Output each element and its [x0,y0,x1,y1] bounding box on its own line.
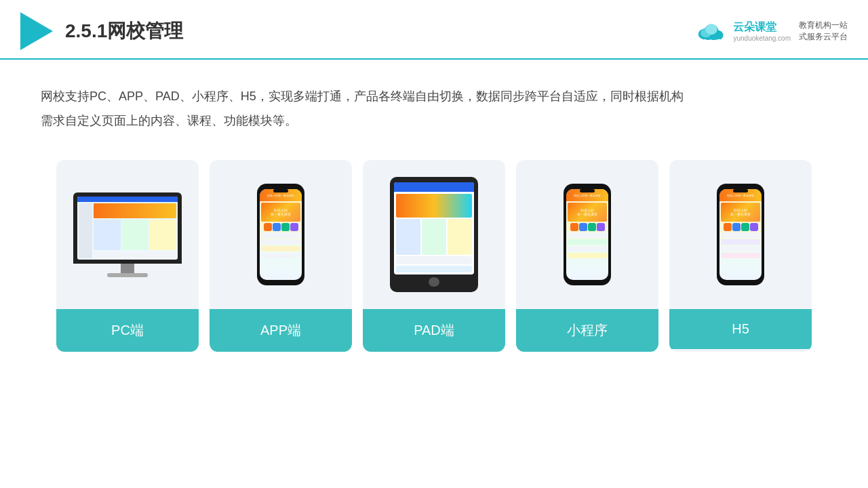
card-pc: PC端 [56,160,199,352]
card-app-image: 职涯人的第一量化课堂 职涯人的第一量化课堂 [210,160,352,309]
card-miniprogram-label: 小程序 [516,309,658,352]
brand-name: 云朵课堂 [733,20,776,35]
svg-point-4 [706,24,718,35]
card-app: 职涯人的第一量化课堂 职涯人的第一量化课堂 [210,160,352,352]
tablet-pad-icon [390,177,478,292]
card-h5-image: 职涯人的第一量化课堂 职涯人的第一量化课堂 [669,160,812,309]
page-title: 2.5.1网校管理 [65,18,183,44]
brand-slogan: 教育机构一站式服务云平台 [799,20,848,43]
card-pad: PAD端 [363,160,505,352]
card-miniprogram-image: 职涯人的第一量化课堂 职涯人的第一量化课堂 [516,160,658,309]
cards-container: PC端 职涯人的第一量化课堂 职涯人的第一量化课堂 [0,146,868,372]
phone-app-icon: 职涯人的第一量化课堂 职涯人的第一量化课堂 [257,184,304,285]
card-pad-label: PAD端 [363,309,505,352]
card-miniprogram: 职涯人的第一量化课堂 职涯人的第一量化课堂 [516,160,658,352]
brand-logo: 云朵课堂 yunduoketang.com 教育机构一站式服务云平台 [695,19,848,43]
phone-h5-icon: 职涯人的第一量化课堂 职涯人的第一量化课堂 [717,184,764,285]
phone-miniprogram-icon: 职涯人的第一量化课堂 职涯人的第一量化课堂 [564,184,611,285]
brand-url: yunduoketang.com [733,35,791,42]
card-app-label: APP端 [210,309,352,352]
cloud-icon [695,19,728,43]
header-right: 云朵课堂 yunduoketang.com 教育机构一站式服务云平台 [695,19,848,43]
card-pc-image [56,160,199,309]
logo-triangle-icon [20,12,53,50]
description-text: 网校支持PC、APP、PAD、小程序、H5，实现多端打通，产品各终端自由切换，数… [0,60,868,146]
header: 2.5.1网校管理 云朵课堂 yunduoketang.com 教育机构一站式服… [0,0,868,60]
brand-text: 云朵课堂 yunduoketang.com [733,20,791,42]
pc-monitor-icon [73,192,182,277]
card-pad-image [363,160,505,309]
card-h5: 职涯人的第一量化课堂 职涯人的第一量化课堂 [669,160,812,352]
card-pc-label: PC端 [56,309,199,352]
header-left: 2.5.1网校管理 [20,12,183,50]
card-h5-label: H5 [669,309,812,349]
